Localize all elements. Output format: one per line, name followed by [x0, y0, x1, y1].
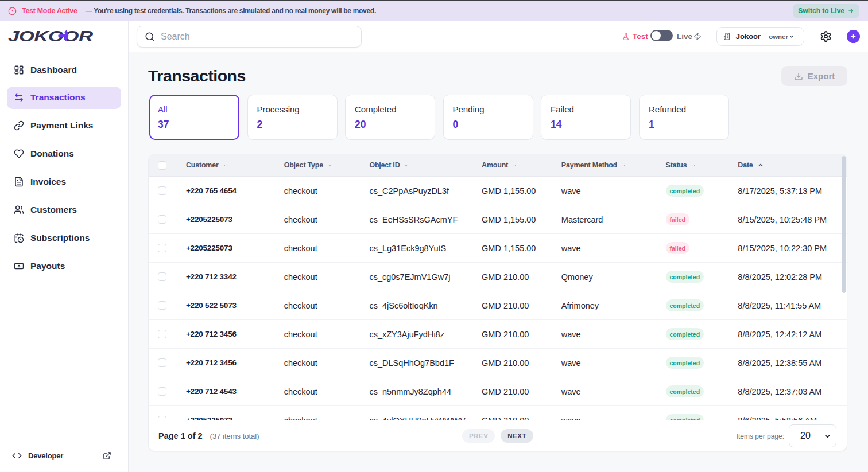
svg-text:JOKOOR: JOKOOR — [8, 28, 93, 44]
